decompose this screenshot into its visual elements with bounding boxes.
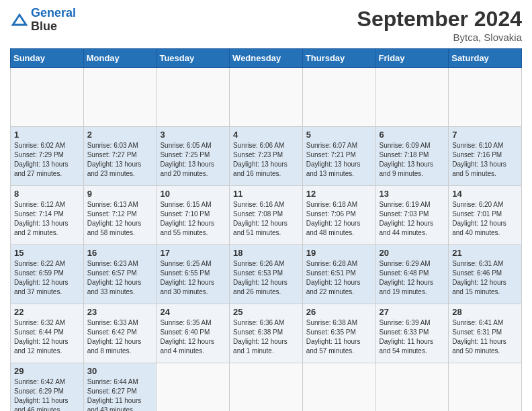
calendar-cell: 13Sunrise: 6:19 AM Sunset: 7:03 PM Dayli… [375,186,449,245]
day-info: Sunrise: 6:12 AM Sunset: 7:14 PM Dayligh… [14,200,80,238]
calendar-cell: 22Sunrise: 6:32 AM Sunset: 6:44 PM Dayli… [11,304,84,363]
day-number: 20 [380,248,445,258]
calendar-cell: 10Sunrise: 6:15 AM Sunset: 7:10 PM Dayli… [157,186,230,245]
day-header-sunday: Sunday [11,49,84,68]
day-number: 8 [14,189,80,199]
day-info: Sunrise: 6:35 AM Sunset: 6:40 PM Dayligh… [160,318,226,356]
calendar-cell [302,363,375,412]
calendar-cell: 28Sunrise: 6:41 AM Sunset: 6:31 PM Dayli… [449,304,522,363]
calendar-cell: 4Sunrise: 6:06 AM Sunset: 7:23 PM Daylig… [230,127,303,186]
day-number: 12 [306,189,372,199]
day-header-thursday: Thursday [302,49,375,68]
day-info: Sunrise: 6:36 AM Sunset: 6:38 PM Dayligh… [233,318,299,356]
calendar-cell [157,68,230,127]
day-number: 1 [14,130,80,140]
calendar-cell [449,363,522,412]
day-info: Sunrise: 6:33 AM Sunset: 6:42 PM Dayligh… [87,318,153,356]
day-number: 25 [233,307,299,317]
calendar-cell: 8Sunrise: 6:12 AM Sunset: 7:14 PM Daylig… [11,186,84,245]
page-container: General Blue September 2024 Bytca, Slova… [0,0,532,411]
day-header-saturday: Saturday [449,49,522,68]
calendar-cell: 15Sunrise: 6:22 AM Sunset: 6:59 PM Dayli… [11,245,84,304]
day-info: Sunrise: 6:31 AM Sunset: 6:46 PM Dayligh… [452,259,518,297]
day-number: 16 [87,248,153,258]
day-header-monday: Monday [83,49,157,68]
day-info: Sunrise: 6:10 AM Sunset: 7:16 PM Dayligh… [452,141,518,179]
calendar-cell: 27Sunrise: 6:39 AM Sunset: 6:33 PM Dayli… [375,304,449,363]
day-info: Sunrise: 6:39 AM Sunset: 6:33 PM Dayligh… [380,318,445,356]
calendar-cell: 24Sunrise: 6:35 AM Sunset: 6:40 PM Dayli… [157,304,230,363]
day-header-wednesday: Wednesday [230,49,303,68]
calendar-cell: 20Sunrise: 6:29 AM Sunset: 6:48 PM Dayli… [375,245,449,304]
calendar-week-5: 29Sunrise: 6:42 AM Sunset: 6:29 PM Dayli… [11,363,522,412]
calendar-week-4: 22Sunrise: 6:32 AM Sunset: 6:44 PM Dayli… [11,304,522,363]
calendar-week-0 [11,68,522,127]
calendar-cell: 21Sunrise: 6:31 AM Sunset: 6:46 PM Dayli… [449,245,522,304]
day-number: 29 [14,366,80,376]
day-number: 2 [87,130,153,140]
calendar-cell [83,68,157,127]
page-header: General Blue September 2024 Bytca, Slova… [10,7,522,43]
day-info: Sunrise: 6:18 AM Sunset: 7:06 PM Dayligh… [306,200,372,238]
day-info: Sunrise: 6:02 AM Sunset: 7:29 PM Dayligh… [14,141,80,179]
day-number: 22 [14,307,80,317]
calendar-table: SundayMondayTuesdayWednesdayThursdayFrid… [10,48,522,411]
day-number: 18 [233,248,299,258]
day-number: 6 [380,130,445,140]
day-info: Sunrise: 6:42 AM Sunset: 6:29 PM Dayligh… [14,377,80,411]
day-info: Sunrise: 6:09 AM Sunset: 7:18 PM Dayligh… [380,141,445,179]
logo-icon [10,11,29,30]
day-info: Sunrise: 6:15 AM Sunset: 7:10 PM Dayligh… [160,200,226,238]
month-title: September 2024 [357,7,522,32]
calendar-cell: 16Sunrise: 6:23 AM Sunset: 6:57 PM Dayli… [83,245,157,304]
calendar-cell: 11Sunrise: 6:16 AM Sunset: 7:08 PM Dayli… [230,186,303,245]
day-number: 4 [233,130,299,140]
day-number: 9 [87,189,153,199]
calendar-cell: 25Sunrise: 6:36 AM Sunset: 6:38 PM Dayli… [230,304,303,363]
day-info: Sunrise: 6:05 AM Sunset: 7:25 PM Dayligh… [160,141,226,179]
title-block: September 2024 Bytca, Slovakia [357,7,522,43]
calendar-week-3: 15Sunrise: 6:22 AM Sunset: 6:59 PM Dayli… [11,245,522,304]
calendar-cell: 29Sunrise: 6:42 AM Sunset: 6:29 PM Dayli… [11,363,84,412]
day-info: Sunrise: 6:20 AM Sunset: 7:01 PM Dayligh… [452,200,518,238]
day-number: 11 [233,189,299,199]
calendar-week-1: 1Sunrise: 6:02 AM Sunset: 7:29 PM Daylig… [11,127,522,186]
day-number: 26 [306,307,372,317]
calendar-cell: 6Sunrise: 6:09 AM Sunset: 7:18 PM Daylig… [375,127,449,186]
calendar-cell [230,68,303,127]
calendar-cell: 23Sunrise: 6:33 AM Sunset: 6:42 PM Dayli… [83,304,157,363]
day-info: Sunrise: 6:38 AM Sunset: 6:35 PM Dayligh… [306,318,372,356]
calendar-cell [11,68,84,127]
day-number: 24 [160,307,226,317]
calendar-cell: 18Sunrise: 6:26 AM Sunset: 6:53 PM Dayli… [230,245,303,304]
day-number: 5 [306,130,372,140]
calendar-cell [449,68,522,127]
day-info: Sunrise: 6:26 AM Sunset: 6:53 PM Dayligh… [233,259,299,297]
calendar-cell [375,363,449,412]
day-number: 7 [452,130,518,140]
logo-general: General [31,6,76,19]
logo: General Blue [10,7,76,34]
location: Bytca, Slovakia [357,32,522,43]
calendar-cell: 2Sunrise: 6:03 AM Sunset: 7:27 PM Daylig… [83,127,157,186]
calendar-cell: 14Sunrise: 6:20 AM Sunset: 7:01 PM Dayli… [449,186,522,245]
logo-text: General Blue [31,7,76,34]
day-info: Sunrise: 6:06 AM Sunset: 7:23 PM Dayligh… [233,141,299,179]
day-info: Sunrise: 6:16 AM Sunset: 7:08 PM Dayligh… [233,200,299,238]
day-info: Sunrise: 6:22 AM Sunset: 6:59 PM Dayligh… [14,259,80,297]
calendar-cell: 9Sunrise: 6:13 AM Sunset: 7:12 PM Daylig… [83,186,157,245]
day-number: 23 [87,307,153,317]
header-row: SundayMondayTuesdayWednesdayThursdayFrid… [11,49,522,68]
day-info: Sunrise: 6:41 AM Sunset: 6:31 PM Dayligh… [452,318,518,356]
day-number: 28 [452,307,518,317]
calendar-cell: 3Sunrise: 6:05 AM Sunset: 7:25 PM Daylig… [157,127,230,186]
day-info: Sunrise: 6:28 AM Sunset: 6:51 PM Dayligh… [306,259,372,297]
day-info: Sunrise: 6:44 AM Sunset: 6:27 PM Dayligh… [87,377,153,411]
day-info: Sunrise: 6:32 AM Sunset: 6:44 PM Dayligh… [14,318,80,356]
day-info: Sunrise: 6:03 AM Sunset: 7:27 PM Dayligh… [87,141,153,179]
day-number: 14 [452,189,518,199]
day-number: 3 [160,130,226,140]
calendar-cell [230,363,303,412]
day-number: 17 [160,248,226,258]
calendar-cell: 12Sunrise: 6:18 AM Sunset: 7:06 PM Dayli… [302,186,375,245]
